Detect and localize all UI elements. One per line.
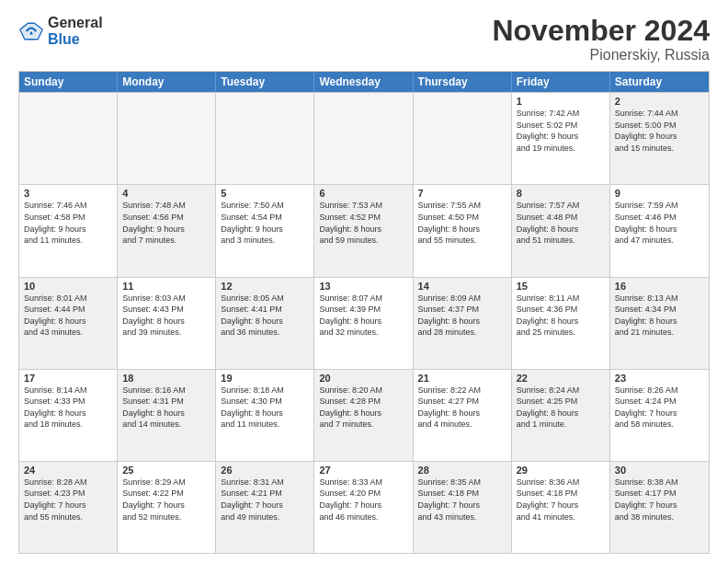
header-monday: Monday	[118, 72, 216, 92]
day-info-15: Sunrise: 8:11 AM Sunset: 4:36 PM Dayligh…	[517, 293, 605, 339]
title-block: November 2024 Pionerskiy, Russia	[492, 15, 710, 63]
day-info-19: Sunrise: 8:18 AM Sunset: 4:30 PM Dayligh…	[221, 385, 309, 431]
cal-cell-r4-c3: 27Sunrise: 8:33 AM Sunset: 4:20 PM Dayli…	[314, 462, 413, 553]
day-info-6: Sunrise: 7:53 AM Sunset: 4:52 PM Dayligh…	[319, 200, 407, 246]
day-info-24: Sunrise: 8:28 AM Sunset: 4:23 PM Dayligh…	[24, 477, 112, 523]
day-number-6: 6	[319, 188, 407, 199]
cal-cell-r0-c1	[118, 93, 216, 184]
day-number-25: 25	[122, 465, 210, 476]
day-info-26: Sunrise: 8:31 AM Sunset: 4:21 PM Dayligh…	[221, 477, 309, 523]
cal-cell-r3-c1: 18Sunrise: 8:16 AM Sunset: 4:31 PM Dayli…	[118, 370, 216, 461]
day-info-28: Sunrise: 8:35 AM Sunset: 4:18 PM Dayligh…	[418, 477, 506, 523]
cal-cell-r2-c1: 11Sunrise: 8:03 AM Sunset: 4:43 PM Dayli…	[118, 278, 216, 369]
logo-text: General Blue	[48, 15, 103, 47]
cal-cell-r4-c5: 29Sunrise: 8:36 AM Sunset: 4:18 PM Dayli…	[512, 462, 610, 553]
cal-cell-r0-c5: 1Sunrise: 7:42 AM Sunset: 5:02 PM Daylig…	[512, 93, 610, 184]
day-number-23: 23	[615, 373, 704, 384]
header-tuesday: Tuesday	[216, 72, 314, 92]
day-number-8: 8	[517, 188, 605, 199]
day-number-13: 13	[319, 281, 407, 292]
cal-cell-r3-c2: 19Sunrise: 8:18 AM Sunset: 4:30 PM Dayli…	[216, 370, 314, 461]
day-info-12: Sunrise: 8:05 AM Sunset: 4:41 PM Dayligh…	[221, 293, 309, 339]
cal-cell-r2-c0: 10Sunrise: 8:01 AM Sunset: 4:44 PM Dayli…	[19, 278, 118, 369]
day-info-2: Sunrise: 7:44 AM Sunset: 5:00 PM Dayligh…	[615, 108, 704, 154]
calendar-header: Sunday Monday Tuesday Wednesday Thursday…	[19, 72, 709, 92]
day-info-3: Sunrise: 7:46 AM Sunset: 4:58 PM Dayligh…	[24, 200, 112, 246]
cal-cell-r3-c0: 17Sunrise: 8:14 AM Sunset: 4:33 PM Dayli…	[19, 370, 118, 461]
cal-cell-r4-c4: 28Sunrise: 8:35 AM Sunset: 4:18 PM Dayli…	[414, 462, 512, 553]
day-info-17: Sunrise: 8:14 AM Sunset: 4:33 PM Dayligh…	[24, 385, 112, 431]
subtitle: Pionerskiy, Russia	[492, 47, 710, 63]
day-number-5: 5	[221, 188, 309, 199]
day-info-16: Sunrise: 8:13 AM Sunset: 4:34 PM Dayligh…	[615, 293, 704, 339]
day-info-1: Sunrise: 7:42 AM Sunset: 5:02 PM Dayligh…	[517, 108, 605, 154]
cal-cell-r1-c2: 5Sunrise: 7:50 AM Sunset: 4:54 PM Daylig…	[216, 185, 314, 276]
header-thursday: Thursday	[414, 72, 512, 92]
cal-cell-r1-c3: 6Sunrise: 7:53 AM Sunset: 4:52 PM Daylig…	[314, 185, 413, 276]
day-info-22: Sunrise: 8:24 AM Sunset: 4:25 PM Dayligh…	[517, 385, 605, 431]
day-info-20: Sunrise: 8:20 AM Sunset: 4:28 PM Dayligh…	[319, 385, 407, 431]
day-number-11: 11	[122, 281, 210, 292]
header-friday: Friday	[512, 72, 610, 92]
day-number-29: 29	[517, 465, 605, 476]
cal-cell-r3-c4: 21Sunrise: 8:22 AM Sunset: 4:27 PM Dayli…	[414, 370, 512, 461]
day-number-12: 12	[221, 281, 309, 292]
cal-row-3: 17Sunrise: 8:14 AM Sunset: 4:33 PM Dayli…	[19, 369, 709, 461]
cal-cell-r4-c2: 26Sunrise: 8:31 AM Sunset: 4:21 PM Dayli…	[216, 462, 314, 553]
day-number-3: 3	[24, 188, 112, 199]
day-info-5: Sunrise: 7:50 AM Sunset: 4:54 PM Dayligh…	[221, 200, 309, 246]
logo-icon	[18, 18, 44, 44]
logo: General Blue	[18, 15, 103, 47]
page: General Blue November 2024 Pionerskiy, R…	[0, 0, 728, 563]
day-info-25: Sunrise: 8:29 AM Sunset: 4:22 PM Dayligh…	[122, 477, 210, 523]
logo-blue-text: Blue	[48, 31, 103, 48]
cal-cell-r0-c4	[414, 93, 512, 184]
day-info-30: Sunrise: 8:38 AM Sunset: 4:17 PM Dayligh…	[615, 477, 704, 523]
day-number-15: 15	[517, 281, 605, 292]
header-sunday: Sunday	[19, 72, 118, 92]
day-info-13: Sunrise: 8:07 AM Sunset: 4:39 PM Dayligh…	[319, 293, 407, 339]
day-number-21: 21	[418, 373, 506, 384]
cal-cell-r2-c5: 15Sunrise: 8:11 AM Sunset: 4:36 PM Dayli…	[512, 278, 610, 369]
day-number-2: 2	[615, 96, 704, 107]
cal-cell-r2-c6: 16Sunrise: 8:13 AM Sunset: 4:34 PM Dayli…	[610, 278, 709, 369]
day-info-18: Sunrise: 8:16 AM Sunset: 4:31 PM Dayligh…	[122, 385, 210, 431]
day-info-29: Sunrise: 8:36 AM Sunset: 4:18 PM Dayligh…	[517, 477, 605, 523]
day-info-9: Sunrise: 7:59 AM Sunset: 4:46 PM Dayligh…	[615, 200, 704, 246]
day-info-4: Sunrise: 7:48 AM Sunset: 4:56 PM Dayligh…	[122, 200, 210, 246]
cal-cell-r1-c6: 9Sunrise: 7:59 AM Sunset: 4:46 PM Daylig…	[610, 185, 709, 276]
day-info-14: Sunrise: 8:09 AM Sunset: 4:37 PM Dayligh…	[418, 293, 506, 339]
calendar-body: 1Sunrise: 7:42 AM Sunset: 5:02 PM Daylig…	[19, 92, 709, 553]
day-info-11: Sunrise: 8:03 AM Sunset: 4:43 PM Dayligh…	[122, 293, 210, 339]
logo-general-text: General	[48, 15, 103, 31]
cal-cell-r0-c3	[314, 93, 413, 184]
day-number-4: 4	[122, 188, 210, 199]
day-info-21: Sunrise: 8:22 AM Sunset: 4:27 PM Dayligh…	[418, 385, 506, 431]
day-number-30: 30	[615, 465, 704, 476]
day-info-23: Sunrise: 8:26 AM Sunset: 4:24 PM Dayligh…	[615, 385, 704, 431]
day-number-7: 7	[418, 188, 506, 199]
cal-cell-r2-c2: 12Sunrise: 8:05 AM Sunset: 4:41 PM Dayli…	[216, 278, 314, 369]
cal-cell-r0-c6: 2Sunrise: 7:44 AM Sunset: 5:00 PM Daylig…	[610, 93, 709, 184]
day-number-24: 24	[24, 465, 112, 476]
cal-cell-r3-c3: 20Sunrise: 8:20 AM Sunset: 4:28 PM Dayli…	[314, 370, 413, 461]
day-number-16: 16	[615, 281, 704, 292]
cal-cell-r2-c4: 14Sunrise: 8:09 AM Sunset: 4:37 PM Dayli…	[414, 278, 512, 369]
day-info-27: Sunrise: 8:33 AM Sunset: 4:20 PM Dayligh…	[319, 477, 407, 523]
day-info-10: Sunrise: 8:01 AM Sunset: 4:44 PM Dayligh…	[24, 293, 112, 339]
calendar: Sunday Monday Tuesday Wednesday Thursday…	[18, 71, 710, 554]
month-title: November 2024	[492, 15, 710, 47]
day-number-19: 19	[221, 373, 309, 384]
day-number-1: 1	[517, 96, 605, 107]
cal-cell-r1-c1: 4Sunrise: 7:48 AM Sunset: 4:56 PM Daylig…	[118, 185, 216, 276]
day-number-28: 28	[418, 465, 506, 476]
day-number-9: 9	[615, 188, 704, 199]
day-info-7: Sunrise: 7:55 AM Sunset: 4:50 PM Dayligh…	[418, 200, 506, 246]
day-number-10: 10	[24, 281, 112, 292]
cal-cell-r1-c4: 7Sunrise: 7:55 AM Sunset: 4:50 PM Daylig…	[414, 185, 512, 276]
header: General Blue November 2024 Pionerskiy, R…	[18, 15, 710, 63]
cal-cell-r1-c0: 3Sunrise: 7:46 AM Sunset: 4:58 PM Daylig…	[19, 185, 118, 276]
cal-cell-r2-c3: 13Sunrise: 8:07 AM Sunset: 4:39 PM Dayli…	[314, 278, 413, 369]
cal-cell-r0-c0	[19, 93, 118, 184]
day-number-22: 22	[517, 373, 605, 384]
